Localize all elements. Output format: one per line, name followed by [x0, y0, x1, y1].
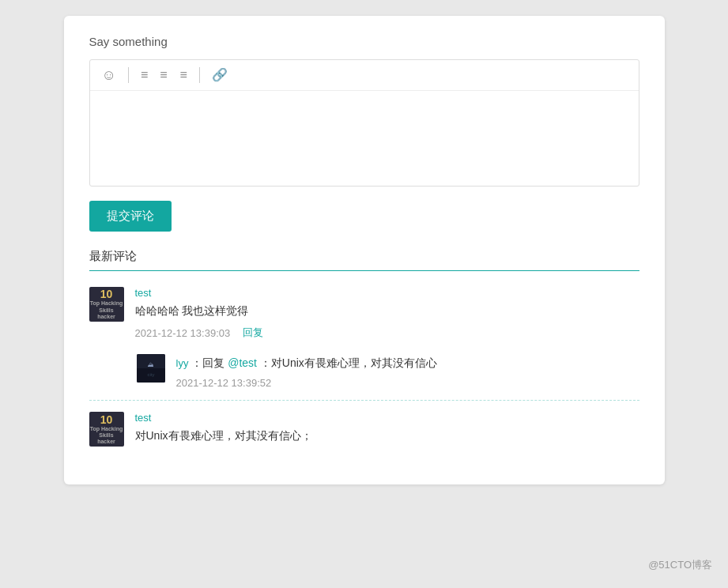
- editor-box: ☺ ≡ ≡ ≡ 🔗: [89, 59, 639, 187]
- avatar-text-2: Top HackingSkillshacker: [90, 426, 123, 446]
- avatar-number-2: 10: [100, 413, 113, 426]
- reply-separator: [89, 400, 639, 401]
- svg-text:city: city: [147, 372, 154, 377]
- reply-content: ：对Unix有畏难心理，对其没有信心: [260, 356, 437, 369]
- comments-title: 最新评论: [89, 249, 639, 271]
- reply-avatar-image: ⛰ city: [137, 354, 165, 383]
- submit-button[interactable]: 提交评论: [89, 201, 172, 232]
- link-icon: 🔗: [212, 69, 228, 81]
- editor-toolbar: ☺ ≡ ≡ ≡ 🔗: [90, 60, 639, 91]
- avatar-text: Top HackingSkillshacker: [90, 300, 123, 320]
- main-container: Say something ☺ ≡ ≡ ≡ 🔗 提交评论 最新评论: [64, 16, 665, 484]
- reply-timestamp: 2021-12-12 13:39:52: [176, 377, 272, 389]
- watermark: @51CTO博客: [648, 558, 712, 572]
- align-left-button[interactable]: ≡: [137, 67, 151, 83]
- reply-item: ⛰ city lyy ：回复 @test ：对Unix有畏难心理，对其没有信心 …: [137, 354, 639, 389]
- editor-content[interactable]: [90, 91, 639, 186]
- align-center-button[interactable]: ≡: [156, 67, 171, 83]
- comment-item: 10 Top HackingSkillshacker test 哈哈哈哈 我也这…: [89, 287, 639, 340]
- reply-link[interactable]: 回复: [243, 326, 263, 340]
- comment-username-2[interactable]: test: [135, 412, 639, 424]
- reply-action: ：回复: [191, 356, 228, 369]
- reply-text: lyy ：回复 @test ：对Unix有畏难心理，对其没有信心: [176, 354, 639, 372]
- emoji-button[interactable]: ☺: [98, 66, 120, 84]
- align-center-icon: ≡: [160, 69, 167, 81]
- comment-username[interactable]: test: [135, 287, 639, 299]
- toolbar-divider-2: [199, 67, 200, 83]
- avatar-2: 10 Top HackingSkillshacker: [89, 412, 124, 447]
- emoji-icon: ☺: [102, 68, 116, 82]
- say-something-title: Say something: [89, 35, 639, 48]
- avatar-number: 10: [100, 288, 113, 300]
- align-left-icon: ≡: [141, 69, 147, 81]
- reply-mention[interactable]: @test: [228, 356, 257, 369]
- reply-meta: 2021-12-12 13:39:52: [176, 377, 639, 389]
- toolbar-divider-1: [128, 67, 129, 83]
- avatar: 10 Top HackingSkillshacker: [89, 287, 124, 322]
- comment-text-2: 对Unix有畏难心理，对其没有信心；: [135, 427, 639, 444]
- reply-avatar: ⛰ city: [137, 354, 165, 383]
- comment-meta: 2021-12-12 13:39:03 回复: [135, 326, 639, 340]
- reply-body: lyy ：回复 @test ：对Unix有畏难心理，对其没有信心 2021-12…: [176, 354, 639, 389]
- comment-body: test 哈哈哈哈 我也这样觉得 2021-12-12 13:39:03 回复: [135, 287, 639, 340]
- comment-body-2: test 对Unix有畏难心理，对其没有信心；: [135, 412, 639, 450]
- comment-item-2: 10 Top HackingSkillshacker test 对Unix有畏难…: [89, 412, 639, 450]
- align-right-button[interactable]: ≡: [176, 67, 191, 83]
- link-button[interactable]: 🔗: [208, 67, 232, 83]
- comment-text: 哈哈哈哈 我也这样觉得: [135, 302, 639, 319]
- reply-username[interactable]: lyy: [176, 357, 189, 369]
- svg-text:⛰: ⛰: [148, 361, 154, 368]
- align-right-icon: ≡: [180, 69, 187, 81]
- comment-timestamp: 2021-12-12 13:39:03: [135, 327, 231, 339]
